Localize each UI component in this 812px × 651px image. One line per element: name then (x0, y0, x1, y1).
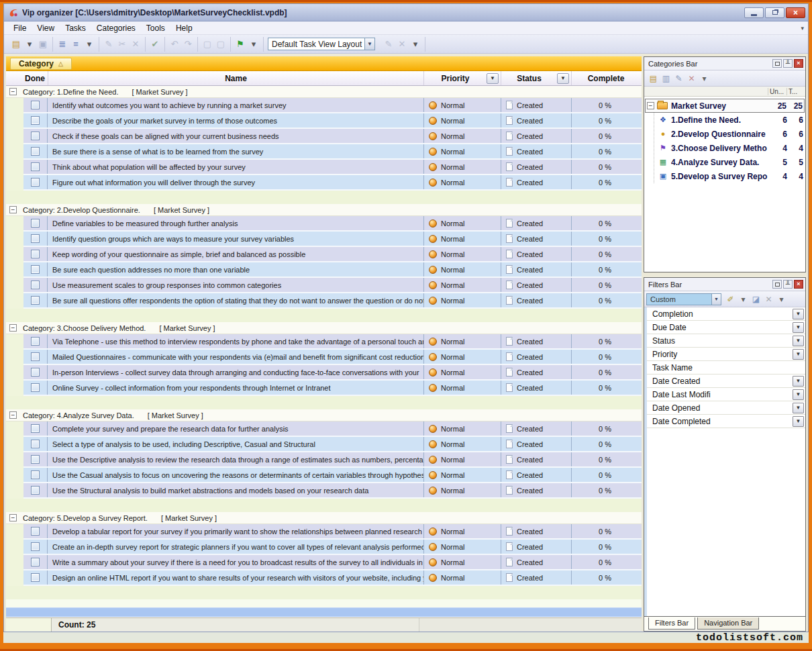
filter-dropdown-icon[interactable]: ▼ (793, 403, 804, 413)
filter-row[interactable]: Date Last Modifi ▼ (647, 388, 805, 401)
collapse-icon[interactable]: − (9, 514, 17, 521)
filter-value-field[interactable] (745, 348, 793, 360)
done-checkbox[interactable] (31, 296, 40, 305)
toolbar-overflow-icon[interactable]: ▾ (409, 38, 421, 50)
duplicate-task-icon[interactable]: ▣ (37, 38, 49, 50)
delete-category-icon[interactable]: ✕ (686, 72, 697, 84)
filter-value-field[interactable] (745, 388, 793, 401)
customize-layout-icon[interactable]: ✎ (383, 38, 395, 50)
filter-dropdown-icon[interactable]: ▼ (793, 336, 804, 346)
task-row[interactable]: Identify what outcomes you want to achie… (23, 98, 642, 113)
task-row[interactable]: Use the Structural analysis to build mar… (23, 483, 642, 499)
panel-pin-button[interactable]: ╨ (783, 280, 793, 289)
task-row[interactable]: In-person Interviews - collect survey da… (23, 365, 642, 381)
expand-all-icon[interactable]: ≣ (56, 38, 68, 50)
collapse-icon[interactable]: − (9, 324, 17, 332)
done-checkbox[interactable] (31, 527, 40, 536)
menu-item[interactable]: Tasks (60, 22, 91, 34)
filter-preset-dropdown-icon[interactable]: ▼ (711, 294, 721, 305)
collapse-icon[interactable]: − (9, 206, 17, 213)
collapse-all-icon[interactable]: ≡ (70, 38, 82, 50)
panel-restore-button[interactable] (772, 280, 782, 289)
filter-dropdown-icon[interactable]: ▼ (793, 309, 804, 319)
tree-collapse-icon[interactable]: − (647, 102, 654, 109)
task-row[interactable]: Select a type of analysis to be used, in… (23, 437, 642, 452)
done-checkbox[interactable] (31, 558, 40, 566)
done-checkbox[interactable] (31, 281, 40, 289)
done-checkbox[interactable] (31, 424, 40, 433)
task-row[interactable]: Create an in-depth survey report for str… (23, 540, 642, 555)
task-row[interactable]: Be sure all questions offer respondents … (23, 293, 642, 309)
done-checkbox[interactable] (31, 116, 40, 125)
done-checkbox[interactable] (31, 337, 40, 346)
task-row[interactable]: Write a summary about your survey if the… (23, 555, 642, 570)
task-row[interactable]: Describe the goals of your market survey… (23, 113, 642, 129)
done-checkbox[interactable] (31, 440, 40, 448)
done-checkbox[interactable] (31, 162, 40, 171)
menu-item[interactable]: Categories (91, 22, 141, 34)
task-row[interactable]: Online Survey - collect information from… (23, 381, 642, 396)
menu-item[interactable]: File (8, 22, 32, 34)
filter-dropdown-icon[interactable]: ▼ (793, 349, 804, 360)
column-header-name[interactable]: Name (48, 71, 423, 85)
list-overflow-icon[interactable]: ▾ (83, 38, 95, 50)
delete-task-icon[interactable]: ✕ (130, 38, 142, 50)
filter-dropdown-icon[interactable]: ▼ (793, 389, 804, 400)
panel-close-button[interactable]: × (794, 280, 803, 289)
filter-row[interactable]: Task Name ▼ (647, 361, 805, 374)
menu-item[interactable]: View (32, 22, 60, 34)
done-checkbox[interactable] (31, 542, 40, 551)
filter-row[interactable]: Date Created ▼ (647, 374, 805, 388)
tree-item-category[interactable]: ▣ 5.Develop a Survey Repo 4 4 (654, 169, 805, 183)
filter-preset-combo[interactable]: Custom ▼ (646, 293, 721, 305)
collapse-icon[interactable]: − (9, 88, 17, 95)
done-checkbox[interactable] (31, 368, 40, 377)
done-checkbox[interactable] (31, 178, 40, 187)
task-row[interactable]: Be sure there is a sense of what is to b… (23, 144, 642, 160)
filter-value-field[interactable] (745, 361, 793, 374)
filter-row[interactable]: Due Date ▼ (647, 321, 805, 334)
column-header-priority[interactable]: Priority ▼ (423, 71, 501, 85)
clear-filter-icon[interactable]: ◪ (750, 293, 762, 305)
task-row[interactable]: Use the Casual analysis to focus on unco… (23, 468, 642, 483)
cut-icon[interactable]: ✂ (116, 38, 128, 50)
filter-row[interactable]: Date Opened ▼ (647, 401, 805, 415)
task-row[interactable]: Figure out what information you will del… (23, 175, 642, 191)
done-checkbox[interactable] (31, 250, 40, 258)
task-row[interactable]: Identify question groups which are ways … (23, 232, 642, 247)
combo-dropdown-icon[interactable]: ▼ (364, 38, 374, 50)
tree-item-market-survey[interactable]: − Market Survey 25 25 (645, 99, 805, 113)
tab-filters-bar[interactable]: Filters Bar (648, 617, 695, 630)
edit-task-icon[interactable]: ✎ (103, 38, 115, 50)
filter-row[interactable]: Date Completed ▼ (647, 415, 805, 428)
layout-combo[interactable]: Default Task View Layout ▼ (268, 38, 375, 50)
filter-value-field[interactable] (745, 307, 793, 320)
apply-filter-dropdown-icon[interactable]: ▾ (738, 293, 749, 305)
categories-toolbar-overflow-icon[interactable]: ▾ (699, 72, 710, 84)
menu-overflow-icon[interactable]: ▾ (801, 25, 804, 32)
menu-item[interactable]: Help (170, 22, 198, 34)
new-category-icon[interactable]: ▤ (648, 72, 659, 84)
filter-row[interactable]: Priority ▼ (647, 348, 805, 361)
group-chip-category[interactable]: Category △ (10, 58, 72, 70)
filter-dropdown-icon[interactable]: ▼ (793, 416, 804, 427)
done-checkbox[interactable] (31, 265, 40, 274)
tree-item-category[interactable]: ⚑ 3.Choose Delivery Metho 4 4 (654, 141, 805, 155)
tree-item-category[interactable]: ● 2.Develop Questionnaire 6 6 (654, 127, 805, 141)
tree-item-category[interactable]: ❖ 1.Define the Need. 6 6 (654, 113, 805, 127)
close-button[interactable]: × (786, 7, 805, 18)
task-row[interactable]: Develop a tabular report for your survey… (23, 524, 642, 540)
category-group-header[interactable]: − Category: 1.Define the Need. [ Market … (6, 86, 642, 98)
minimize-button[interactable] (744, 7, 764, 18)
edit-category-icon[interactable]: ✎ (673, 72, 684, 84)
tree-item-category[interactable]: ▦ 4.Analyze Survey Data. 5 5 (654, 155, 805, 169)
panel-restore-button[interactable] (772, 59, 782, 68)
collapse-icon[interactable]: − (9, 411, 17, 419)
task-row[interactable]: Mailed Questionnaires - communicate with… (23, 350, 642, 365)
done-checkbox[interactable] (31, 455, 40, 464)
done-checkbox[interactable] (31, 132, 40, 140)
task-row[interactable]: Use the Descriptive analysis to review t… (23, 452, 642, 468)
task-row[interactable]: Complete your survey and prepare the res… (23, 421, 642, 437)
category-group-header[interactable]: − Category: 2.Develop Questionnaire. [ M… (6, 204, 642, 216)
filter-value-field[interactable] (745, 401, 793, 414)
